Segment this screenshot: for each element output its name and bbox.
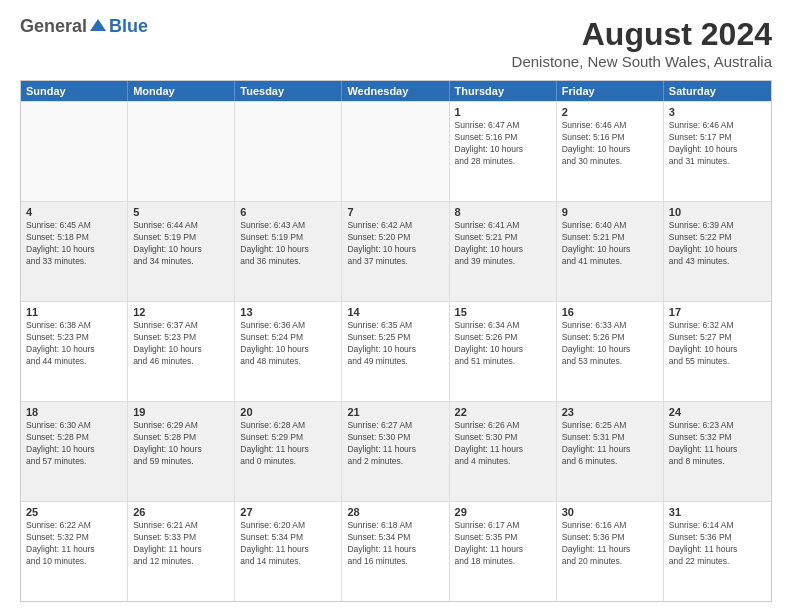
page-header: General Blue August 2024 Denistone, New … [20, 16, 772, 70]
day-info: Sunrise: 6:30 AM Sunset: 5:28 PM Dayligh… [26, 420, 122, 468]
day-info: Sunrise: 6:42 AM Sunset: 5:20 PM Dayligh… [347, 220, 443, 268]
cal-cell-r0-c1 [128, 102, 235, 201]
page-title: August 2024 [512, 16, 772, 53]
cal-row-3: 18Sunrise: 6:30 AM Sunset: 5:28 PM Dayli… [21, 401, 771, 501]
cal-cell-r4-c5: 30Sunrise: 6:16 AM Sunset: 5:36 PM Dayli… [557, 502, 664, 601]
cal-row-2: 11Sunrise: 6:38 AM Sunset: 5:23 PM Dayli… [21, 301, 771, 401]
day-info: Sunrise: 6:33 AM Sunset: 5:26 PM Dayligh… [562, 320, 658, 368]
cal-cell-r4-c6: 31Sunrise: 6:14 AM Sunset: 5:36 PM Dayli… [664, 502, 771, 601]
header-friday: Friday [557, 81, 664, 101]
day-info: Sunrise: 6:36 AM Sunset: 5:24 PM Dayligh… [240, 320, 336, 368]
day-info: Sunrise: 6:17 AM Sunset: 5:35 PM Dayligh… [455, 520, 551, 568]
day-info: Sunrise: 6:32 AM Sunset: 5:27 PM Dayligh… [669, 320, 766, 368]
day-info: Sunrise: 6:46 AM Sunset: 5:16 PM Dayligh… [562, 120, 658, 168]
day-info: Sunrise: 6:16 AM Sunset: 5:36 PM Dayligh… [562, 520, 658, 568]
day-info: Sunrise: 6:28 AM Sunset: 5:29 PM Dayligh… [240, 420, 336, 468]
day-number: 1 [455, 106, 551, 118]
day-number: 15 [455, 306, 551, 318]
cal-cell-r1-c1: 5Sunrise: 6:44 AM Sunset: 5:19 PM Daylig… [128, 202, 235, 301]
cal-cell-r3-c4: 22Sunrise: 6:26 AM Sunset: 5:30 PM Dayli… [450, 402, 557, 501]
page: General Blue August 2024 Denistone, New … [0, 0, 792, 612]
day-number: 27 [240, 506, 336, 518]
day-number: 17 [669, 306, 766, 318]
day-info: Sunrise: 6:43 AM Sunset: 5:19 PM Dayligh… [240, 220, 336, 268]
day-info: Sunrise: 6:40 AM Sunset: 5:21 PM Dayligh… [562, 220, 658, 268]
day-info: Sunrise: 6:27 AM Sunset: 5:30 PM Dayligh… [347, 420, 443, 468]
cal-cell-r2-c4: 15Sunrise: 6:34 AM Sunset: 5:26 PM Dayli… [450, 302, 557, 401]
cal-cell-r4-c2: 27Sunrise: 6:20 AM Sunset: 5:34 PM Dayli… [235, 502, 342, 601]
header-thursday: Thursday [450, 81, 557, 101]
calendar-body: 1Sunrise: 6:47 AM Sunset: 5:16 PM Daylig… [21, 101, 771, 601]
day-info: Sunrise: 6:22 AM Sunset: 5:32 PM Dayligh… [26, 520, 122, 568]
cal-cell-r2-c6: 17Sunrise: 6:32 AM Sunset: 5:27 PM Dayli… [664, 302, 771, 401]
cal-cell-r4-c1: 26Sunrise: 6:21 AM Sunset: 5:33 PM Dayli… [128, 502, 235, 601]
day-number: 28 [347, 506, 443, 518]
day-number: 5 [133, 206, 229, 218]
day-number: 9 [562, 206, 658, 218]
header-tuesday: Tuesday [235, 81, 342, 101]
day-info: Sunrise: 6:47 AM Sunset: 5:16 PM Dayligh… [455, 120, 551, 168]
day-number: 12 [133, 306, 229, 318]
day-info: Sunrise: 6:23 AM Sunset: 5:32 PM Dayligh… [669, 420, 766, 468]
day-info: Sunrise: 6:45 AM Sunset: 5:18 PM Dayligh… [26, 220, 122, 268]
day-number: 13 [240, 306, 336, 318]
day-number: 21 [347, 406, 443, 418]
day-number: 14 [347, 306, 443, 318]
header-sunday: Sunday [21, 81, 128, 101]
cal-cell-r1-c6: 10Sunrise: 6:39 AM Sunset: 5:22 PM Dayli… [664, 202, 771, 301]
cal-cell-r1-c3: 7Sunrise: 6:42 AM Sunset: 5:20 PM Daylig… [342, 202, 449, 301]
cal-cell-r3-c3: 21Sunrise: 6:27 AM Sunset: 5:30 PM Dayli… [342, 402, 449, 501]
day-info: Sunrise: 6:29 AM Sunset: 5:28 PM Dayligh… [133, 420, 229, 468]
logo-blue-text: Blue [109, 16, 148, 37]
cal-cell-r0-c0 [21, 102, 128, 201]
day-number: 20 [240, 406, 336, 418]
cal-cell-r3-c2: 20Sunrise: 6:28 AM Sunset: 5:29 PM Dayli… [235, 402, 342, 501]
page-subtitle: Denistone, New South Wales, Australia [512, 53, 772, 70]
day-number: 25 [26, 506, 122, 518]
cal-cell-r2-c2: 13Sunrise: 6:36 AM Sunset: 5:24 PM Dayli… [235, 302, 342, 401]
day-number: 16 [562, 306, 658, 318]
day-number: 31 [669, 506, 766, 518]
cal-cell-r3-c5: 23Sunrise: 6:25 AM Sunset: 5:31 PM Dayli… [557, 402, 664, 501]
cal-cell-r2-c5: 16Sunrise: 6:33 AM Sunset: 5:26 PM Dayli… [557, 302, 664, 401]
calendar: Sunday Monday Tuesday Wednesday Thursday… [20, 80, 772, 602]
day-number: 24 [669, 406, 766, 418]
cal-cell-r1-c4: 8Sunrise: 6:41 AM Sunset: 5:21 PM Daylig… [450, 202, 557, 301]
cal-cell-r3-c6: 24Sunrise: 6:23 AM Sunset: 5:32 PM Dayli… [664, 402, 771, 501]
cal-cell-r0-c3 [342, 102, 449, 201]
cal-cell-r2-c0: 11Sunrise: 6:38 AM Sunset: 5:23 PM Dayli… [21, 302, 128, 401]
header-wednesday: Wednesday [342, 81, 449, 101]
logo-icon [88, 17, 108, 37]
cal-cell-r2-c1: 12Sunrise: 6:37 AM Sunset: 5:23 PM Dayli… [128, 302, 235, 401]
day-number: 2 [562, 106, 658, 118]
cal-cell-r0-c5: 2Sunrise: 6:46 AM Sunset: 5:16 PM Daylig… [557, 102, 664, 201]
calendar-header: Sunday Monday Tuesday Wednesday Thursday… [21, 81, 771, 101]
day-number: 7 [347, 206, 443, 218]
day-info: Sunrise: 6:20 AM Sunset: 5:34 PM Dayligh… [240, 520, 336, 568]
day-info: Sunrise: 6:39 AM Sunset: 5:22 PM Dayligh… [669, 220, 766, 268]
day-info: Sunrise: 6:41 AM Sunset: 5:21 PM Dayligh… [455, 220, 551, 268]
cal-row-4: 25Sunrise: 6:22 AM Sunset: 5:32 PM Dayli… [21, 501, 771, 601]
day-number: 8 [455, 206, 551, 218]
cal-cell-r0-c6: 3Sunrise: 6:46 AM Sunset: 5:17 PM Daylig… [664, 102, 771, 201]
logo-general-text: General [20, 16, 87, 37]
day-info: Sunrise: 6:44 AM Sunset: 5:19 PM Dayligh… [133, 220, 229, 268]
cal-cell-r2-c3: 14Sunrise: 6:35 AM Sunset: 5:25 PM Dayli… [342, 302, 449, 401]
header-monday: Monday [128, 81, 235, 101]
cal-cell-r0-c4: 1Sunrise: 6:47 AM Sunset: 5:16 PM Daylig… [450, 102, 557, 201]
cal-row-1: 4Sunrise: 6:45 AM Sunset: 5:18 PM Daylig… [21, 201, 771, 301]
day-info: Sunrise: 6:34 AM Sunset: 5:26 PM Dayligh… [455, 320, 551, 368]
day-number: 23 [562, 406, 658, 418]
day-info: Sunrise: 6:38 AM Sunset: 5:23 PM Dayligh… [26, 320, 122, 368]
cal-cell-r4-c3: 28Sunrise: 6:18 AM Sunset: 5:34 PM Dayli… [342, 502, 449, 601]
cal-cell-r3-c1: 19Sunrise: 6:29 AM Sunset: 5:28 PM Dayli… [128, 402, 235, 501]
day-number: 3 [669, 106, 766, 118]
day-number: 4 [26, 206, 122, 218]
day-number: 6 [240, 206, 336, 218]
day-number: 18 [26, 406, 122, 418]
cal-cell-r4-c4: 29Sunrise: 6:17 AM Sunset: 5:35 PM Dayli… [450, 502, 557, 601]
cal-cell-r3-c0: 18Sunrise: 6:30 AM Sunset: 5:28 PM Dayli… [21, 402, 128, 501]
day-info: Sunrise: 6:35 AM Sunset: 5:25 PM Dayligh… [347, 320, 443, 368]
day-info: Sunrise: 6:25 AM Sunset: 5:31 PM Dayligh… [562, 420, 658, 468]
day-info: Sunrise: 6:14 AM Sunset: 5:36 PM Dayligh… [669, 520, 766, 568]
